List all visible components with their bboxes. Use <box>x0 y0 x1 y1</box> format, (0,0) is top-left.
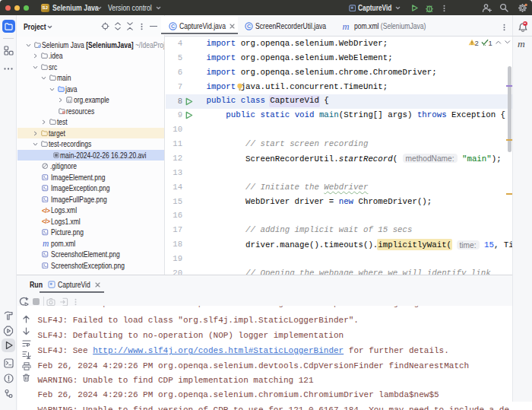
svg-text:C: C <box>246 24 250 29</box>
svg-text:C: C <box>171 24 175 29</box>
